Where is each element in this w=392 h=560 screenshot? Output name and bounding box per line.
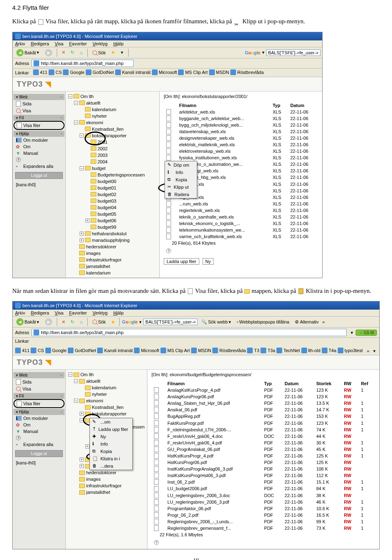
go-button[interactable]: → Gå till	[356, 330, 377, 336]
file-row[interactable]: byggande_och_arkitektur_web...XLS22-11-0…	[164, 115, 318, 122]
tree-item[interactable]: budget02	[68, 191, 157, 198]
mod-help[interactable]: ?	[13, 156, 65, 163]
file-row[interactable]: telekommunikationssystem_we...XLS22-11-0…	[164, 227, 318, 233]
home-button[interactable]: ⌂	[78, 318, 85, 326]
link-technet[interactable]: TechNet	[276, 348, 300, 353]
link-google[interactable]: Google	[45, 348, 67, 353]
context-menu-item[interactable]: ⧉Kopia	[90, 448, 132, 455]
help-icon[interactable]: ?	[166, 248, 171, 253]
file-row[interactable]: designvetenskaper_web.xlsXLS22-11-06	[164, 135, 318, 141]
tree-item[interactable]: −aktuellt	[68, 378, 145, 384]
popup-button[interactable]: ▫ Webbplatspopups tillåtna	[235, 319, 292, 325]
back-button[interactable]: ◄Bakåt ▾	[14, 317, 41, 326]
context-menu-item[interactable]: 🗑...dera	[90, 462, 132, 470]
link-röstbrevlåda[interactable]: Röstbrevlåda	[212, 348, 246, 353]
stop-button[interactable]: ✕	[60, 318, 67, 326]
tree-item[interactable]: −bokslutsrapporter	[68, 132, 157, 139]
file-row[interactable]: LU_regleringsbrev_2006_3.pdfPDF22-11-064…	[151, 499, 375, 505]
tree-item[interactable]: infrastrukturfragor	[68, 482, 145, 489]
mod-manual[interactable]: ▼Manual	[13, 150, 65, 156]
context-menu-item[interactable]: ✂Klipp ut	[165, 183, 197, 191]
logout-button[interactable]: Logga ut	[15, 450, 63, 457]
mod-section-hjalp[interactable]: ▾ Hjälp▫	[13, 131, 65, 137]
link-411[interactable]: 411	[15, 348, 29, 353]
link-microsoft[interactable]: Microsoft	[134, 348, 159, 353]
file-row[interactable]: elektrovetenskap_web.xlsXLS22-11-06	[164, 148, 318, 154]
context-menu-item[interactable]: 📋Klistra in i	[90, 455, 132, 462]
file-row[interactable]: Regleringsbrev_gemensamt_f...PDF22-11-06…	[151, 525, 375, 531]
menubar[interactable]: ArkivRedigeraVisaFavoriterVerktygHjälp	[13, 310, 379, 317]
link-ms-clip-art[interactable]: MS Clip Art	[160, 348, 190, 353]
link-gotdotnet[interactable]: GotDotNet	[86, 69, 114, 75]
tree-item[interactable]: jamstalldhet	[68, 263, 157, 270]
mod-sida[interactable]: Sida	[13, 378, 65, 386]
menu-verktyg[interactable]: Verktyg	[93, 310, 108, 315]
file-row[interactable]: AnslagKursProgr06.pdfPDF22-11-06123 KRW	[151, 393, 375, 400]
upload-files-button[interactable]: Ladda upp filer	[164, 258, 199, 265]
file-row[interactable]: Anslag_Staten_hst_Hpr_06.pdfPDF22-11-061…	[151, 400, 375, 406]
mod-section-web[interactable]: ▾ Web▫	[13, 94, 65, 100]
link-t4a[interactable]: T4a	[322, 348, 336, 353]
tree-root[interactable]: −Om lth	[68, 371, 145, 378]
tree-item[interactable]: budget01	[68, 185, 157, 191]
tree-item[interactable]: Budgeteringsprocessen	[68, 172, 157, 178]
tree-item[interactable]: −ekonomi	[68, 119, 157, 126]
refresh-button[interactable]: ↻	[69, 318, 76, 326]
tree-item[interactable]: budget03	[68, 198, 157, 204]
mod-visa-filer[interactable]: Visa filer	[13, 121, 65, 130]
file-row[interactable]: F_reskrUnivH_gsk06_4.pdfPDF22-11-0630 KR…	[151, 440, 375, 446]
tree-item[interactable]: budget00	[68, 178, 157, 185]
link-cs[interactable]: CS	[31, 348, 44, 353]
file-row[interactable]: arkitektur_web.xlsXLS22-11-06	[164, 109, 318, 115]
menu-visa[interactable]: Visa	[55, 310, 63, 315]
file-row[interactable]: FaktKursProgr.pdfPDF22-11-06123 KRW1	[151, 419, 375, 426]
menu-redigera[interactable]: Redigera	[31, 310, 49, 315]
mod-expand-all[interactable]: ▫Expandera alla	[13, 163, 65, 170]
file-row[interactable]: ...rum_web.xlsXLS22-11-06	[164, 201, 318, 207]
mod-om[interactable]: ✿Om	[13, 422, 65, 428]
google-search-input[interactable]: BALS['TSFE']->fe_user->	[143, 319, 198, 325]
mod-om-moduler[interactable]: ℹOm moduler	[13, 137, 65, 143]
mod-visa[interactable]: Visa	[13, 386, 65, 392]
context-menu-item[interactable]: ℹInfo	[165, 169, 197, 176]
tree-item[interactable]: 2001	[68, 139, 157, 145]
home-button[interactable]: ⌂	[78, 49, 85, 56]
file-row[interactable]: datavetenskap_web.xlsXLS22-11-06	[164, 128, 318, 135]
tree-item[interactable]: 2004	[68, 158, 157, 165]
link-google[interactable]: Google	[63, 69, 84, 75]
file-row[interactable]: F_rdelningsbeslut_LTH_2006-...PDF22-11-0…	[151, 426, 375, 433]
link-kansli-intranät[interactable]: Kansli intranät	[97, 348, 133, 353]
context-menu[interactable]: ✎Döp omℹInfo⧉Kopia✂Klipp ut🗑Radera	[165, 161, 197, 199]
link-röstbrevlåda[interactable]: Röstbrevlåda	[230, 69, 264, 75]
mod-manual[interactable]: ▼Manual	[13, 428, 65, 435]
link-ms-clip-art[interactable]: MS Clip Art	[178, 69, 207, 75]
link-411[interactable]: 411	[33, 69, 47, 75]
file-row[interactable]: HstKursProgr06.pdfPDF22-11-06125 KRW	[151, 459, 375, 466]
tree-item[interactable]: +bokslutsrapporter	[68, 411, 145, 417]
file-row[interactable]: Regleringsbrev_2006_-_Lunds...PDF22-11-0…	[151, 518, 375, 525]
tree-item[interactable]: images	[68, 476, 145, 482]
link-microsoft[interactable]: Microsoft	[152, 69, 177, 75]
file-row[interactable]: Inst_06_2.pdfPDF22-11-0615.1 KRW1	[151, 479, 375, 485]
file-row[interactable]: BugApplReg.pdfPDF22-11-06153 KRW1	[151, 413, 375, 419]
tree-item[interactable]: kalendarium	[68, 384, 145, 391]
tree-item[interactable]: kalendarium	[68, 270, 157, 276]
search-web-button[interactable]: 🔍 Sök webb ▾	[199, 319, 233, 326]
address-input[interactable]: http://ben.kansli.lth.se/typo3/alt_main.…	[31, 329, 346, 336]
tree-item[interactable]: +manadsuppfoljning	[68, 237, 157, 243]
link-gotdotnet[interactable]: GotDotNet	[68, 348, 96, 353]
tree-item[interactable]: nyheter	[68, 391, 145, 397]
tree-item[interactable]: +budget06	[68, 217, 157, 224]
file-row[interactable]: Programfaktor_06.pdfPDF22-11-0610.6 KRW1	[151, 505, 375, 512]
context-menu-item[interactable]: ✎...om	[90, 418, 132, 426]
favorites-button[interactable]: ★	[109, 318, 117, 326]
mod-visa[interactable]: Visa	[13, 107, 65, 114]
file-row[interactable]: InstKstKursProgrAnslag06_3.pdfPDF22-11-0…	[151, 466, 375, 472]
tree-item[interactable]: infrastrukturfragor	[68, 257, 157, 263]
menu-hjälp[interactable]: Hjälp	[113, 310, 123, 315]
mod-expand-all[interactable]: ▫Expandera alla	[13, 441, 65, 448]
refresh-button[interactable]: ↻	[69, 49, 76, 56]
menu-arkiv[interactable]: Arkiv	[15, 41, 25, 46]
file-row[interactable]: fysiska_institutionen_web.xlsXLS22-11-06	[164, 154, 318, 161]
forward-button[interactable]: ►	[43, 317, 54, 326]
